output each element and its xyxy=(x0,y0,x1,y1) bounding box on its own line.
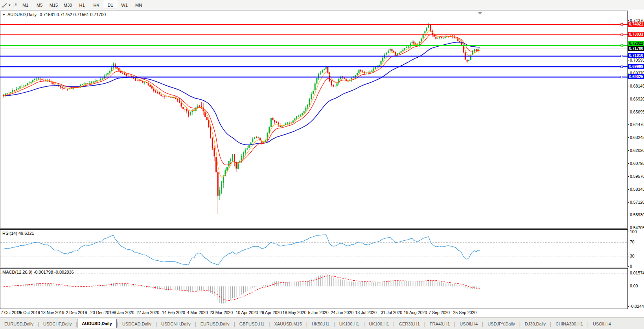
chart-tab-hk50-8[interactable]: HK50,H1 xyxy=(307,320,334,328)
date-label: 31 Jul 2020 xyxy=(381,310,402,315)
price-axis[interactable]: 0.743700.705950.693700.681450.669200.656… xyxy=(628,0,644,329)
axis-tick-label: 0.63245 xyxy=(630,135,644,140)
level-price-tag: 0.69025 xyxy=(628,74,644,79)
toolbar-grip-handle[interactable] xyxy=(15,2,17,8)
chart-tab-dj30-15[interactable]: DJ30,Daily xyxy=(521,320,550,328)
chart-tab-usoil-13[interactable]: USOil,H4 xyxy=(455,320,482,328)
toolbar-separator xyxy=(13,2,13,9)
timeframe-button-h4[interactable]: H4 xyxy=(90,1,103,9)
timeframe-button-m15[interactable]: M15 xyxy=(47,1,61,9)
axis-tick-label: 30 xyxy=(630,254,635,258)
axis-tick-mark xyxy=(628,306,629,307)
chart-tab-uk100-10[interactable]: UK100,H1 xyxy=(365,320,394,328)
date-axis[interactable]: 7 Oct 201925 Oct 201913 Nov 20192 Dec 20… xyxy=(0,310,628,316)
axis-tick-mark xyxy=(628,99,629,99)
chart-tab-usdcad-3[interactable]: USDCAD,Daily xyxy=(118,320,156,328)
axis-tick-label: 0.66920 xyxy=(630,97,644,101)
axis-tick-mark xyxy=(628,150,629,151)
date-label: 2 Dec 2019 xyxy=(66,310,87,315)
rsi-indicator-panel[interactable]: RSI(14) 49.6321 xyxy=(0,229,628,267)
current-price-tag: 0.71700 xyxy=(628,46,644,51)
axis-tick-label: 100 xyxy=(630,229,637,234)
axis-tick-label: 0.55930 xyxy=(630,212,644,217)
axis-tick-mark xyxy=(628,163,629,164)
level-price-tag: 0.74021 xyxy=(628,22,644,27)
axis-tick-label: 0.62020 xyxy=(630,148,644,153)
macd-label: MACD(12,26,9) -0.001798 -0.002836 xyxy=(2,270,74,274)
date-label: 27 Jan 2020 xyxy=(136,310,159,315)
axis-tick-label: 0.65695 xyxy=(630,110,644,114)
date-label: 5 Jun 2020 xyxy=(308,310,329,315)
axis-tick-mark xyxy=(628,256,629,256)
axis-tick-label: 0.58345 xyxy=(630,187,644,192)
chart-menu-icon[interactable]: ▼ xyxy=(2,13,6,16)
timeframe-button-m1[interactable]: M1 xyxy=(19,1,32,9)
chart-tab-usdchf-1[interactable]: USDCHF,Daily xyxy=(39,320,76,328)
timeframe-button-h1[interactable]: H1 xyxy=(75,1,89,9)
date-label: 8 Jan 2020 xyxy=(114,310,134,315)
chart-tab-ger30-11[interactable]: GER30,H1 xyxy=(394,320,424,328)
rsi-canvas[interactable] xyxy=(0,230,627,267)
price-chart-panel[interactable]: ▼AUDUSD,Daily0.71561 0.71752 0.71561 0.7… xyxy=(0,11,628,228)
axis-tick-label: 0.015741 xyxy=(630,271,644,275)
chart-tab-china300-16[interactable]: CHINA300,H1 xyxy=(551,320,587,328)
axis-tick-label: -0.024412 xyxy=(630,304,644,309)
axis-tick-mark xyxy=(628,189,629,190)
timeframe-button-d1[interactable]: D1 xyxy=(104,1,117,9)
axis-tick-label: 0.70595 xyxy=(630,58,644,62)
candlesticks xyxy=(3,23,481,214)
axis-tick-label: 0.64470 xyxy=(630,122,644,127)
timeframe-button-m30[interactable]: M30 xyxy=(61,1,75,9)
chart-tab-eurusd-0[interactable]: EURUSD,Daily xyxy=(0,320,38,328)
level-lines[interactable] xyxy=(0,24,627,78)
ma-medium-line xyxy=(4,35,480,165)
level-price-tag: 0.71010 xyxy=(628,53,644,58)
crosshair-tool-icon[interactable] xyxy=(1,2,8,9)
axis-tick-mark xyxy=(628,273,629,273)
chart-tab-usdjpy-14[interactable]: USDJPY,Daily xyxy=(483,320,519,328)
level-price-tag: 0.73033 xyxy=(628,32,644,37)
chart-tab-uk100-9[interactable]: UK100,H1 xyxy=(335,320,364,328)
timeframe-button-mn[interactable]: MN xyxy=(132,1,145,9)
timeframe-button-w1[interactable]: W1 xyxy=(118,1,131,9)
chart-tab-xauusd-7[interactable]: XAUUSD,M15 xyxy=(270,320,306,328)
axis-tick-mark xyxy=(628,215,629,215)
axis-tick-mark xyxy=(628,20,629,21)
macd-canvas[interactable] xyxy=(0,269,627,309)
axis-tick-label: 0.60795 xyxy=(630,161,644,166)
timeframe-button-m5[interactable]: M5 xyxy=(33,1,46,9)
date-label: 23 Mar 2020 xyxy=(210,310,233,315)
macd-histogram xyxy=(4,274,480,303)
dropdown-caret-icon[interactable]: ▾ xyxy=(9,3,11,7)
axis-tick-label: 0.59570 xyxy=(630,174,644,179)
date-label: 20 Dec 2019 xyxy=(90,310,114,315)
level-price-tag: 0.69999 xyxy=(628,64,644,69)
date-label: 14 Feb 2020 xyxy=(162,310,185,315)
chart-tab-fra40-12[interactable]: FRA40,H1 xyxy=(425,320,454,328)
axis-tick-label: 70 xyxy=(630,239,635,244)
chart-symbol-period: AUDUSD,Daily xyxy=(7,12,37,17)
axis-tick-mark xyxy=(628,232,629,232)
chart-shift-marker[interactable] xyxy=(478,12,482,15)
date-label: 7 Sep 2020 xyxy=(429,310,450,315)
macd-indicator-panel[interactable]: MACD(12,26,9) -0.001798 -0.002836 xyxy=(0,268,628,309)
chart-tab-usoil-17[interactable]: USOil,H4 xyxy=(589,320,615,328)
axis-tick-mark xyxy=(628,112,629,112)
chart-title: ▼AUDUSD,Daily0.71561 0.71752 0.71561 0.7… xyxy=(2,12,106,17)
chart-tab-gbpusd-6[interactable]: GBPUSD,H1 xyxy=(235,320,269,328)
axis-tick-mark xyxy=(628,86,629,86)
axis-tick-mark xyxy=(628,73,629,73)
axis-tick-mark xyxy=(628,176,629,177)
price-chart-canvas[interactable] xyxy=(0,11,627,228)
date-label: 19 Aug 2020 xyxy=(404,310,427,315)
axis-tick-mark xyxy=(628,202,629,203)
date-label: 24 Jun 2020 xyxy=(331,310,353,315)
axis-tick-mark xyxy=(628,124,629,125)
date-label: 18 May 2020 xyxy=(283,310,307,315)
chart-tab-eurusd-5[interactable]: EURUSD,Daily xyxy=(196,320,234,328)
chart-tab-usdcnh-4[interactable]: USDCNH,Daily xyxy=(157,320,195,328)
chart-tab-audusd-2[interactable]: AUDUSD,Daily xyxy=(77,319,116,328)
axis-tick-mark xyxy=(628,228,629,228)
date-label: 25 Sep 2020 xyxy=(453,310,477,315)
ma-slow-line xyxy=(4,42,480,145)
